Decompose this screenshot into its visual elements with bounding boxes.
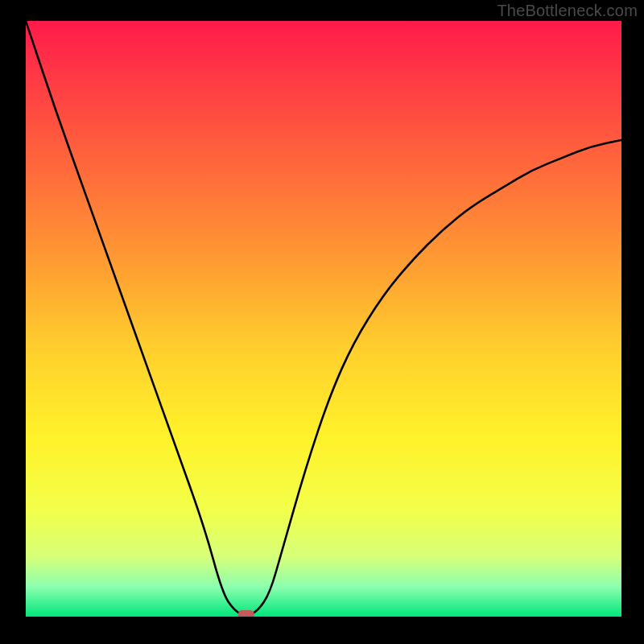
plot-area bbox=[26, 21, 621, 617]
chart-frame: TheBottleneck.com bbox=[0, 0, 644, 644]
gradient-background bbox=[26, 21, 621, 617]
chart-svg bbox=[26, 21, 621, 617]
optimal-marker bbox=[238, 610, 254, 617]
watermark-text: TheBottleneck.com bbox=[497, 2, 638, 20]
